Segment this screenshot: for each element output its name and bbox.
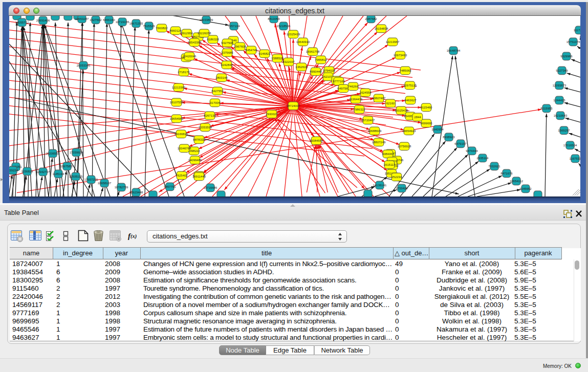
svg-text:1117205: 1117205	[574, 29, 580, 32]
svg-text:1624554: 1624554	[359, 91, 372, 94]
svg-text:14055712: 14055712	[15, 21, 29, 24]
svg-text:2718176: 2718176	[178, 71, 190, 74]
svg-text:12505135: 12505135	[69, 175, 83, 178]
svg-text:10807487: 10807487	[372, 97, 386, 100]
svg-text:20691406: 20691406	[36, 19, 50, 22]
svg-text:8813054: 8813054	[268, 17, 280, 20]
svg-text:2930027: 2930027	[266, 113, 278, 116]
svg-text:19654983: 19654983	[170, 117, 184, 120]
svg-text:6479197: 6479197	[454, 142, 467, 145]
svg-text:16911443: 16911443	[192, 175, 206, 178]
svg-text:19654923: 19654923	[402, 129, 416, 133]
svg-text:18724007: 18724007	[287, 104, 300, 107]
svg-text:7955812: 7955812	[315, 58, 327, 61]
svg-text:10756928: 10756928	[398, 145, 411, 148]
svg-text:10046768: 10046768	[178, 147, 191, 150]
svg-text:9084067: 9084067	[382, 152, 394, 156]
svg-text:12923448: 12923448	[129, 191, 143, 194]
svg-text:8660124: 8660124	[169, 29, 182, 32]
svg-text:8990448: 8990448	[310, 70, 322, 73]
svg-text:10973493: 10973493	[394, 54, 407, 57]
svg-text:1527602: 1527602	[90, 18, 102, 21]
svg-text:21364436: 21364436	[349, 98, 363, 101]
svg-text:2935114: 2935114	[477, 157, 489, 160]
svg-text:1733426: 1733426	[396, 187, 408, 190]
svg-text:19975857: 19975857	[60, 165, 74, 168]
svg-text:16782759: 16782759	[115, 186, 128, 189]
svg-text:939154: 939154	[9, 169, 18, 172]
svg-text:1588520: 1588520	[271, 57, 284, 60]
svg-text:9463627: 9463627	[404, 99, 417, 102]
svg-text:1640954: 1640954	[431, 128, 444, 131]
svg-text:9794028: 9794028	[323, 69, 335, 72]
svg-text:3375685: 3375685	[221, 51, 233, 54]
svg-text:2087682: 2087682	[365, 17, 377, 20]
svg-text:252234: 252234	[391, 176, 402, 179]
svg-text:14099489: 14099489	[188, 159, 202, 162]
svg-text:7357224: 7357224	[228, 25, 240, 28]
svg-text:17957255: 17957255	[84, 178, 98, 181]
svg-text:2844: 2844	[414, 116, 421, 119]
svg-text:7986322: 7986322	[353, 108, 365, 111]
svg-text:13226058: 13226058	[198, 32, 211, 35]
svg-text:16107553: 16107553	[170, 101, 184, 104]
svg-text:8878332: 8878332	[193, 138, 205, 141]
svg-text:15218506: 15218506	[277, 25, 291, 28]
svg-text:16961758: 16961758	[306, 50, 320, 53]
svg-text:9329966: 9329966	[560, 55, 573, 58]
svg-text:8267130: 8267130	[204, 114, 216, 117]
svg-text:10025438: 10025438	[395, 109, 408, 112]
svg-text:1156829: 1156829	[21, 170, 34, 173]
svg-text:9327508: 9327508	[221, 41, 233, 45]
svg-text:12093873: 12093873	[553, 84, 567, 87]
svg-text:7485063: 7485063	[399, 69, 411, 72]
svg-text:1244415: 1244415	[553, 99, 565, 102]
svg-text:8186328: 8186328	[207, 38, 219, 41]
svg-text:13640910: 13640910	[296, 40, 310, 43]
svg-text:7625402: 7625402	[176, 174, 188, 177]
svg-text:19166825: 19166825	[175, 133, 188, 136]
svg-text:9777169: 9777169	[333, 80, 345, 83]
svg-text:13353594: 13353594	[199, 126, 212, 129]
svg-text:9115460: 9115460	[421, 106, 433, 109]
svg-text:19384554: 19384554	[310, 139, 323, 142]
svg-text:16033809: 16033809	[200, 18, 213, 21]
svg-text:1362615: 1362615	[295, 65, 308, 69]
svg-text:8215955: 8215955	[540, 107, 553, 110]
svg-text:1569297: 1569297	[558, 129, 570, 132]
svg-text:20053346: 20053346	[77, 64, 91, 67]
svg-text:7663822: 7663822	[156, 27, 168, 30]
svg-text:7515526: 7515526	[143, 25, 155, 28]
svg-text:2803144: 2803144	[215, 76, 228, 79]
svg-text:8427552: 8427552	[211, 90, 224, 93]
svg-text:10654112: 10654112	[510, 180, 524, 183]
svg-text:317006: 317006	[210, 101, 221, 104]
svg-text:12975115: 12975115	[403, 84, 417, 87]
svg-text:8938923: 8938923	[443, 136, 455, 139]
svg-text:9699695: 9699695	[420, 122, 432, 125]
svg-text:746266: 746266	[348, 85, 359, 88]
svg-text:9245652: 9245652	[519, 187, 532, 190]
svg-text:17359924: 17359924	[70, 151, 83, 154]
svg-text:16543382: 16543382	[188, 41, 202, 44]
svg-text:8912954: 8912954	[181, 32, 193, 35]
svg-text:10653287: 10653287	[75, 17, 89, 20]
svg-text:9146821: 9146821	[258, 52, 271, 55]
svg-text:1167531: 1167531	[570, 157, 580, 160]
svg-text:9474444: 9474444	[466, 149, 478, 152]
svg-text:12942737: 12942737	[36, 170, 50, 173]
svg-text:17016504: 17016504	[563, 144, 577, 147]
svg-text:18807249: 18807249	[372, 141, 386, 144]
svg-text:8454749: 8454749	[245, 49, 257, 52]
svg-text:10719155: 10719155	[116, 20, 129, 24]
svg-text:20206551: 20206551	[46, 152, 60, 155]
svg-text:8322037: 8322037	[282, 60, 295, 63]
svg-text:62160: 62160	[386, 102, 395, 105]
svg-text:9227349: 9227349	[556, 69, 568, 72]
svg-text:16648784: 16648784	[447, 49, 461, 52]
svg-text:7632621: 7632621	[488, 165, 500, 168]
svg-text:9242848: 9242848	[221, 63, 233, 67]
svg-text:12213389: 12213389	[172, 86, 186, 89]
svg-text:8471676: 8471676	[500, 172, 513, 175]
svg-text:15751074: 15751074	[567, 40, 580, 43]
